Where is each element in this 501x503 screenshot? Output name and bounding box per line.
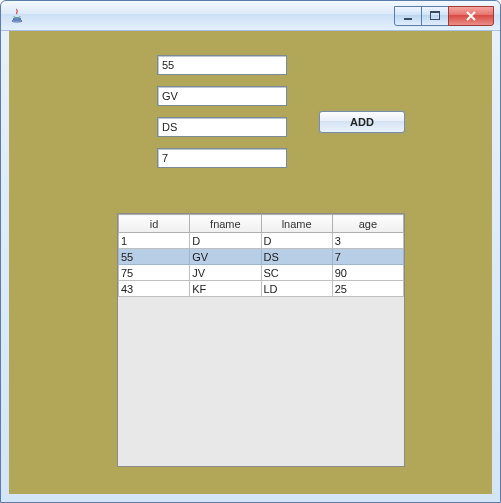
form-panel: ADD [9,31,492,209]
cell-age[interactable]: 7 [332,249,403,265]
table-panel: id fname lname age 1DD355GVDS775JVSC9043… [9,209,492,494]
id-field[interactable] [157,55,287,75]
client-area: ADD id fname lname age 1DD355GVDS775JVSC… [9,31,492,494]
table-empty-area [119,299,403,465]
col-fname[interactable]: fname [190,215,261,233]
cell-fname[interactable]: GV [190,249,261,265]
cell-fname[interactable]: KF [190,281,261,297]
cell-age[interactable]: 3 [332,233,403,249]
titlebar[interactable] [1,1,500,31]
cell-fname[interactable]: D [190,233,261,249]
table-row[interactable]: 55GVDS7 [119,249,404,265]
svg-rect-4 [430,11,440,13]
age-field[interactable] [157,148,287,168]
svg-rect-2 [404,18,412,20]
table-row[interactable]: 75JVSC90 [119,265,404,281]
cell-id[interactable]: 1 [119,233,190,249]
col-lname[interactable]: lname [261,215,332,233]
col-age[interactable]: age [332,215,403,233]
table-row[interactable]: 43KFLD25 [119,281,404,297]
cell-age[interactable]: 25 [332,281,403,297]
cell-fname[interactable]: JV [190,265,261,281]
cell-lname[interactable]: D [261,233,332,249]
maximize-button[interactable] [421,6,449,26]
java-icon [9,7,25,25]
cell-id[interactable]: 55 [119,249,190,265]
minimize-button[interactable] [394,6,422,26]
cell-lname[interactable]: LD [261,281,332,297]
add-button[interactable]: ADD [319,111,405,133]
table-scrollpane[interactable]: id fname lname age 1DD355GVDS775JVSC9043… [117,213,405,467]
cell-id[interactable]: 43 [119,281,190,297]
cell-age[interactable]: 90 [332,265,403,281]
table-row[interactable]: 1DD3 [119,233,404,249]
col-id[interactable]: id [119,215,190,233]
cell-lname[interactable]: SC [261,265,332,281]
cell-lname[interactable]: DS [261,249,332,265]
svg-point-1 [12,20,22,22]
data-table[interactable]: id fname lname age 1DD355GVDS775JVSC9043… [118,214,404,297]
app-window: ADD id fname lname age 1DD355GVDS775JVSC… [0,0,501,503]
lname-field[interactable] [157,117,287,137]
fname-field[interactable] [157,86,287,106]
close-button[interactable] [448,6,494,26]
cell-id[interactable]: 75 [119,265,190,281]
table-header-row: id fname lname age [119,215,404,233]
